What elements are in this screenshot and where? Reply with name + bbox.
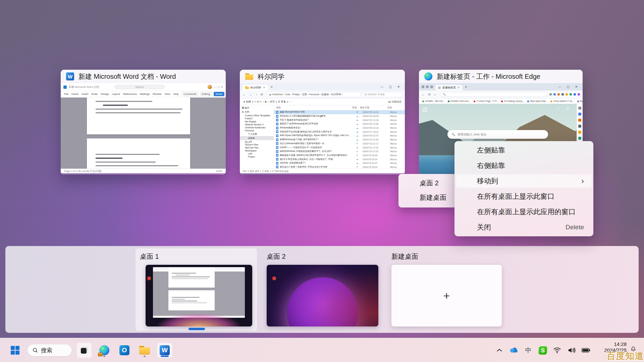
word-ribbon-tab: Review [153, 93, 161, 96]
explorer-tab-bar: 科尔同学 ✕ + — ▢ ✕ [240, 83, 405, 90]
file-row: W新建 Microsoft Word 文档⟳2024/7/25 14:21Mic… [274, 110, 405, 114]
word-ribbon-tab: File [64, 93, 68, 96]
word-search-pill: Search [114, 85, 165, 89]
context-menu-item[interactable]: 左侧贴靠 [454, 142, 593, 158]
extension-icon [566, 93, 568, 96]
desktop-1-label[interactable]: 桌面 1 [140, 252, 159, 261]
nav-arrows: ← → ↑ ⟳ [243, 93, 265, 96]
word-doc-icon: W [276, 138, 278, 141]
taskbar-file-explorer[interactable] [137, 343, 152, 358]
word-doc-icon: W [276, 115, 278, 118]
window-controls: — ▢ ✕ [558, 85, 580, 88]
word-window-edge [61, 173, 226, 175]
word-app-titlebar: 新建 Microsoft Word 文档 Search — ▢ ✕ [61, 83, 226, 91]
window-card-word[interactable]: W 新建 Microsoft Word 文档 - Word 新建 Microso… [61, 70, 226, 175]
extension-icon [570, 93, 572, 96]
explorer-nav-item: qq_pdf [240, 140, 274, 143]
file-row: W微信9.0.50正式版上线起床后, 后台一功能双运了, 可惜!☁2024/7/… [274, 157, 405, 161]
window-card-explorer[interactable]: 科尔同学 科尔同学 ✕ + — ▢ ✕ ← → ↑ ⟳ ☁ OneDrive ›… [240, 70, 405, 175]
favorite-item: https://jawv.fddp... [527, 100, 548, 102]
new-tab-icon: + [271, 85, 273, 89]
context-menu-item[interactable]: 在所有桌面上显示此应用的窗口 [454, 204, 593, 220]
explorer-status-bar: 252 个项目 选中 1 个项目 1.17 MB 同步挂起 [240, 169, 405, 173]
explorer-thumbnail: 科尔同学 ✕ + — ▢ ✕ ← → ↑ ⟳ ☁ OneDrive › Cole… [240, 83, 405, 175]
word-status-bar: Page 1 of 2 261 words 中文(中国)100% [61, 169, 226, 173]
sync-status-icon: ⟳ [352, 111, 363, 114]
context-menu-item[interactable]: 在所有桌面上显示此窗口 [454, 189, 593, 204]
file-row: WWindows更新你变化!☁2024/7/20 12:16Micros [274, 126, 405, 130]
word-doc-icon: W [276, 142, 278, 145]
sync-status-icon: ✔ [352, 150, 363, 153]
submenu-arrow-icon: › [581, 177, 584, 185]
word-doc-icon: W [276, 154, 278, 157]
favicon [448, 101, 449, 102]
clock-time: 14:28 [604, 341, 627, 347]
word-page-1 [87, 98, 190, 134]
taskbar: 搜索 O W [0, 338, 644, 362]
window-title-bar[interactable]: W 新建 Microsoft Word 文档 - Word [61, 70, 226, 83]
volume-tray-icon[interactable] [567, 346, 576, 355]
file-row: WGDDR7 —— 引领显存迈向下一代游戏技术☁2024/7/11 17:02M… [274, 145, 405, 149]
search-icon: 🔍 [451, 133, 455, 136]
extension-icon [578, 93, 580, 96]
sync-status-icon: ☁ [352, 119, 363, 121]
word-action-chip: Share [214, 92, 224, 96]
favicon [550, 101, 552, 102]
taskbar-search[interactable]: 搜索 [28, 344, 72, 356]
start-button[interactable] [7, 343, 23, 358]
word-doc-icon: W [276, 158, 278, 161]
column-header: 类型 [387, 106, 402, 109]
new-desktop-label[interactable]: 新建桌面 [391, 252, 418, 261]
word-ribbon-tabs: FileHomeInsertDrawDesignLayoutReferences… [61, 91, 226, 97]
windows-logo-icon [11, 346, 19, 355]
word-doc-icon: W [276, 130, 278, 133]
desktop-1-thumbnail[interactable] [146, 265, 252, 326]
battery-tray-icon[interactable] [582, 346, 590, 355]
word-app-icon [63, 85, 67, 89]
edge-icon [99, 345, 109, 355]
window-title-bar[interactable]: 新建标签页 - 工作 - Microsoft Edge [419, 70, 583, 83]
show-hidden-icons-button[interactable] [495, 346, 504, 355]
word-ribbon-tab: Home [71, 93, 78, 96]
explorer-nav-item: Personal [240, 129, 274, 132]
taskbar-outlook[interactable]: O [117, 343, 132, 358]
sync-status-icon: ☁ [352, 162, 363, 165]
new-desktop-button[interactable]: + [391, 265, 502, 326]
task-view-button[interactable] [76, 343, 92, 358]
word-document-area [61, 98, 226, 169]
sync-status-icon: ✔ [352, 154, 363, 157]
submenu-item[interactable]: 新建桌面 [398, 190, 456, 205]
explorer-window-edge [240, 173, 405, 175]
work-profile-badge [98, 353, 103, 356]
favorite-item: SZWAN - Site info... [422, 100, 445, 102]
taskbar-edge[interactable] [97, 343, 112, 358]
context-menu-item[interactable]: 关闭Delete [454, 220, 593, 235]
folder-icon [245, 73, 253, 80]
word-doc-icon: W [276, 127, 278, 129]
sync-status-icon: ☁ [352, 115, 363, 118]
word-ribbon-tab: Layout [112, 93, 120, 96]
favorite-item: My Account | BT loc... [577, 100, 583, 102]
wifi-tray-icon[interactable] [553, 346, 561, 355]
onedrive-tray-icon[interactable] [509, 346, 518, 355]
explorer-nav-item: LAN [240, 152, 274, 155]
sogou-tray-icon[interactable]: S [538, 346, 547, 355]
window-title-bar[interactable]: 科尔同学 [240, 70, 405, 83]
word-page-2 [87, 138, 190, 169]
favicon [422, 101, 424, 102]
sidebar-app-icon [578, 131, 581, 134]
word-doc-icon: W [276, 111, 278, 114]
outlook-icon: O [119, 345, 129, 355]
desktop-2-thumbnail[interactable] [267, 265, 378, 326]
context-menu-item[interactable]: 移动到› [454, 173, 593, 189]
word-action-chip: Editing [200, 92, 212, 96]
taskbar-word[interactable]: W [157, 343, 172, 358]
page-settings-icons: ▽ ⚙ [557, 107, 572, 111]
word-icon: W [66, 72, 74, 80]
ime-indicator[interactable]: 中 [524, 346, 533, 355]
sidebar-app-icon [578, 113, 581, 116]
desktop-2-label[interactable]: 桌面 2 [267, 252, 286, 261]
task-view-icon [77, 344, 91, 357]
context-menu-item[interactable]: 右侧贴靠 [454, 158, 593, 173]
submenu-item[interactable]: 桌面 2 [398, 176, 456, 190]
